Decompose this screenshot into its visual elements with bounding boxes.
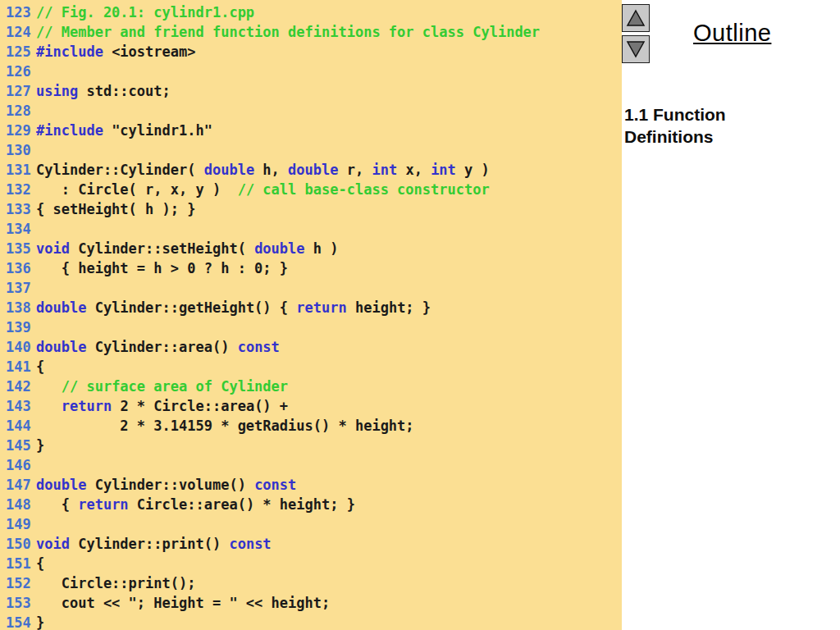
code-text: void Cylinder::print() const bbox=[36, 536, 272, 552]
code-line: 132 : Circle( r, x, y ) // call base-cla… bbox=[0, 180, 622, 199]
code-line: 131Cylinder::Cylinder( double h, double … bbox=[0, 160, 622, 180]
code-line: 148 { return Circle::area() * height; } bbox=[0, 495, 622, 514]
line-number: 149 bbox=[0, 514, 36, 534]
line-number: 126 bbox=[0, 62, 36, 81]
code-text: return 2 * Circle::area() + bbox=[36, 398, 288, 414]
code-text: } bbox=[36, 437, 44, 454]
code-line: 134 bbox=[0, 219, 622, 239]
section-title: 1.1 Function Definitions bbox=[624, 103, 751, 148]
line-number: 140 bbox=[0, 337, 36, 357]
code-line: 152 Circle::print(); bbox=[0, 573, 622, 593]
code-line: 128 bbox=[0, 101, 622, 121]
scroll-up-button[interactable] bbox=[622, 4, 650, 32]
line-number: 132 bbox=[0, 180, 36, 199]
code-line: 129#include "cylindr1.h" bbox=[0, 121, 622, 140]
line-number: 152 bbox=[0, 573, 36, 593]
code-text: double Cylinder::volume() const bbox=[36, 477, 296, 493]
code-line: 154} bbox=[0, 613, 622, 630]
code-line: 144 2 * 3.14159 * getRadius() * height; bbox=[0, 416, 622, 436]
code-line: 149 bbox=[0, 514, 622, 534]
line-number: 154 bbox=[0, 613, 36, 630]
code-line: 135void Cylinder::setHeight( double h ) bbox=[0, 239, 622, 258]
line-number: 148 bbox=[0, 495, 36, 514]
line-number: 135 bbox=[0, 239, 36, 258]
code-text: : Circle( r, x, y ) // call base-class c… bbox=[36, 181, 490, 198]
code-text: { bbox=[36, 555, 44, 572]
line-number: 153 bbox=[0, 593, 36, 613]
line-number: 131 bbox=[0, 160, 36, 180]
code-line: 140double Cylinder::area() const bbox=[0, 337, 622, 357]
code-text: double Cylinder::getHeight() { return he… bbox=[36, 299, 431, 316]
line-number: 145 bbox=[0, 436, 36, 455]
code-text: cout << "; Height = " << height; bbox=[36, 595, 330, 611]
code-panel: 123// Fig. 20.1: cylindr1.cpp124// Membe… bbox=[0, 0, 622, 630]
code-text: 2 * 3.14159 * getRadius() * height; bbox=[36, 418, 414, 434]
code-text: { height = h > 0 ? h : 0; } bbox=[36, 260, 288, 276]
scroll-down-button[interactable] bbox=[622, 35, 650, 63]
code-line: 142 // surface area of Cylinder bbox=[0, 377, 622, 396]
code-line: 136 { height = h > 0 ? h : 0; } bbox=[0, 258, 622, 278]
code-text: Circle::print(); bbox=[36, 575, 195, 591]
code-line: 153 cout << "; Height = " << height; bbox=[0, 593, 622, 613]
line-number: 130 bbox=[0, 140, 36, 160]
code-text: double Cylinder::area() const bbox=[36, 339, 280, 355]
code-line: 141{ bbox=[0, 357, 622, 377]
line-number: 139 bbox=[0, 317, 36, 337]
code-text: #include <iostream> bbox=[36, 43, 195, 60]
code-line: 124// Member and friend function definit… bbox=[0, 22, 622, 42]
line-number: 125 bbox=[0, 42, 36, 62]
code-line: 133{ setHeight( h ); } bbox=[0, 199, 622, 219]
code-text: #include "cylindr1.h" bbox=[36, 122, 212, 139]
code-text: // Fig. 20.1: cylindr1.cpp bbox=[36, 4, 254, 21]
line-number: 151 bbox=[0, 554, 36, 573]
line-number: 144 bbox=[0, 416, 36, 436]
code-line: 123// Fig. 20.1: cylindr1.cpp bbox=[0, 2, 622, 22]
outline-link[interactable]: Outline bbox=[693, 20, 771, 47]
line-number: 142 bbox=[0, 377, 36, 396]
code-line: 151{ bbox=[0, 554, 622, 573]
code-line: 143 return 2 * Circle::area() + bbox=[0, 396, 622, 416]
code-text: } bbox=[36, 614, 44, 630]
code-line: 147double Cylinder::volume() const bbox=[0, 475, 622, 495]
line-number: 124 bbox=[0, 22, 36, 42]
code-line: 137 bbox=[0, 278, 622, 298]
code-line: 126 bbox=[0, 62, 622, 81]
code-text: { bbox=[36, 358, 44, 375]
code-text: // Member and friend function definition… bbox=[36, 24, 540, 40]
down-triangle-icon bbox=[626, 39, 646, 59]
line-number: 141 bbox=[0, 357, 36, 377]
line-number: 128 bbox=[0, 101, 36, 121]
code-text: using std::cout; bbox=[36, 83, 171, 99]
line-number: 127 bbox=[0, 81, 36, 101]
line-number: 143 bbox=[0, 396, 36, 416]
code-line: 150void Cylinder::print() const bbox=[0, 534, 622, 554]
code-line: 145} bbox=[0, 436, 622, 455]
code-line: 125#include <iostream> bbox=[0, 42, 622, 62]
code-text: // surface area of Cylinder bbox=[36, 378, 288, 395]
line-number: 147 bbox=[0, 475, 36, 495]
up-triangle-icon bbox=[626, 8, 646, 28]
line-number: 129 bbox=[0, 121, 36, 140]
line-number: 146 bbox=[0, 455, 36, 475]
line-number: 150 bbox=[0, 534, 36, 554]
line-number: 134 bbox=[0, 219, 36, 239]
code-line: 146 bbox=[0, 455, 622, 475]
code-line: 139 bbox=[0, 317, 622, 337]
code-text: { setHeight( h ); } bbox=[36, 201, 195, 217]
line-number: 138 bbox=[0, 298, 36, 317]
code-text: Cylinder::Cylinder( double h, double r, … bbox=[36, 162, 490, 178]
line-number: 136 bbox=[0, 258, 36, 278]
slide-root: 123// Fig. 20.1: cylindr1.cpp124// Membe… bbox=[0, 0, 840, 630]
code-line: 138double Cylinder::getHeight() { return… bbox=[0, 298, 622, 317]
line-number: 133 bbox=[0, 199, 36, 219]
code-line: 127using std::cout; bbox=[0, 81, 622, 101]
line-number: 123 bbox=[0, 2, 36, 22]
line-number: 137 bbox=[0, 278, 36, 298]
code-text: void Cylinder::setHeight( double h ) bbox=[36, 240, 339, 257]
code-text: { return Circle::area() * height; } bbox=[36, 496, 355, 513]
code-line: 130 bbox=[0, 140, 622, 160]
